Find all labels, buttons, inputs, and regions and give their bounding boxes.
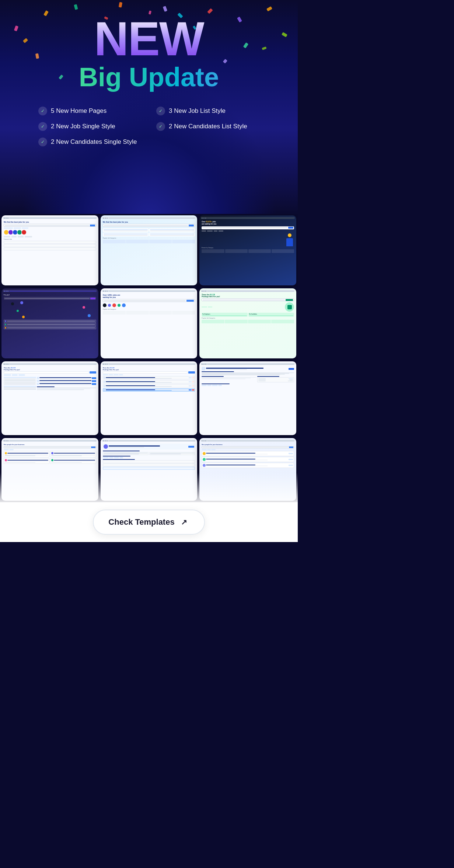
confetti-piece [207, 8, 213, 14]
screenshot-home-1[interactable]: We find the best jobs for you [1, 215, 98, 285]
feature-label: 2 New Candidates List Style [169, 123, 247, 130]
feature-item-f2: ✓3 New Job List Style [156, 107, 259, 115]
feature-item-f1: ✓5 New Home Pages [38, 107, 142, 115]
screenshots-row-3: There Are 93,178Postings Here For you! [0, 360, 298, 437]
confetti-piece [163, 6, 167, 12]
screenshot-job-list-2[interactable]: There Are 93,178Postings Here For you! [101, 361, 198, 435]
feature-label: 5 New Home Pages [51, 107, 106, 115]
feature-item-f3: ✓2 New Job Single Style [38, 122, 142, 131]
arrow-icon: ↗ [179, 517, 189, 527]
screenshots-row-4: Hire people for your business [0, 437, 298, 502]
feature-label: 3 New Job List Style [169, 107, 226, 115]
screenshots-row-1: We find the best jobs for you [0, 214, 298, 287]
screenshot-candidates-single[interactable] [101, 438, 198, 501]
screenshots-row-2: For you! [0, 287, 298, 360]
feature-label: 2 New Job Single Style [51, 123, 115, 130]
screenshot-home-3[interactable]: Over 93,675+ jobsare waiting for you [199, 215, 296, 285]
check-templates-label: Check Templates [108, 517, 174, 527]
confetti-piece [266, 6, 272, 11]
feature-item-f5: ✓2 New Candidates Single Style [38, 138, 259, 146]
screenshot-job-single[interactable] [199, 361, 296, 435]
hero-content: NEW Big Update ✓5 New Home Pages✓3 New J… [7, 15, 290, 146]
cta-section: Check Templates ↗ [0, 502, 298, 542]
feature-item-f4: ✓2 New Candidates List Style [156, 122, 259, 131]
check-icon: ✓ [156, 122, 165, 131]
check-icon: ✓ [156, 107, 165, 115]
screenshot-job-list-1[interactable]: There Are 93,178Postings Here For you! [1, 361, 98, 435]
confetti-piece [74, 4, 78, 10]
check-icon: ✓ [38, 107, 47, 115]
feature-label: 2 New Candidates Single Style [51, 138, 137, 146]
screenshot-home-2[interactable]: We find the best jobs for you [101, 215, 198, 285]
hero-new-text: NEW [7, 15, 290, 63]
check-icon: ✓ [38, 138, 47, 146]
hero-section: NEW Big Update ✓5 New Home Pages✓3 New J… [0, 0, 298, 214]
screenshot-candidates-1[interactable]: Hire people for your business [1, 438, 98, 501]
hero-subtitle: Big Update [7, 63, 290, 92]
check-templates-button[interactable]: Check Templates ↗ [93, 510, 205, 535]
screenshot-home-4[interactable]: For you! [1, 288, 98, 358]
screenshot-home-6[interactable]: There Are 93,178Postings Here For you! [199, 288, 296, 358]
check-icon: ✓ [38, 122, 47, 131]
confetti-piece [119, 2, 122, 7]
screenshots-row-4-container: Hire people for your business [0, 437, 298, 502]
screenshot-home-5[interactable]: Over 1200+ jobs arewaiting for you [101, 288, 198, 358]
screenshot-candidates-3[interactable]: Hire people for your business [199, 438, 296, 501]
features-list: ✓5 New Home Pages✓3 New Job List Style✓2… [38, 107, 259, 146]
screenshots-section: We find the best jobs for you [0, 214, 298, 502]
